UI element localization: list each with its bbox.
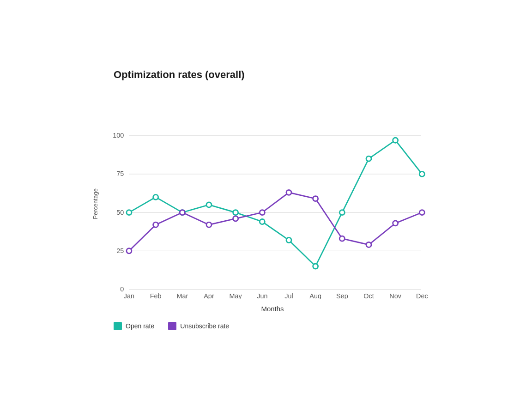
x-tick-nov: Nov xyxy=(389,292,401,299)
x-axis-label: Months xyxy=(103,305,441,313)
open-dot-nov xyxy=(393,138,398,143)
chart-title: Optimization rates (overall) xyxy=(114,69,441,81)
legend-color-unsub xyxy=(168,322,176,330)
y-tick-75: 75 xyxy=(116,170,124,177)
open-dot-aug xyxy=(313,264,318,269)
x-tick-oct: Oct xyxy=(363,292,374,299)
x-tick-dec: Dec xyxy=(416,292,428,299)
open-dot-jun xyxy=(260,219,265,224)
legend-unsubscribe-rate: Unsubscribe rate xyxy=(168,322,229,330)
chart-legend: Open rate Unsubscribe rate xyxy=(114,322,441,330)
unsub-dot-oct xyxy=(366,242,371,247)
open-dot-jul xyxy=(286,237,291,242)
open-dot-oct xyxy=(366,156,371,161)
x-tick-jan: Jan xyxy=(124,292,134,299)
x-tick-apr: Apr xyxy=(204,292,214,299)
y-tick-100: 100 xyxy=(113,132,124,139)
x-tick-jul: Jul xyxy=(284,292,293,299)
x-tick-aug: Aug xyxy=(309,292,321,299)
unsub-dot-apr xyxy=(206,222,212,227)
unsub-dot-jun xyxy=(260,210,265,215)
unsub-dot-dec xyxy=(419,210,424,215)
y-tick-25: 25 xyxy=(116,247,124,254)
chart-body: 100 75 50 25 0 Jan Feb Mar Apr May Jun J… xyxy=(103,95,441,313)
open-dot-jan xyxy=(127,210,132,215)
legend-label-open: Open rate xyxy=(126,322,154,330)
unsub-dot-jan xyxy=(127,248,132,253)
y-tick-50: 50 xyxy=(116,208,124,216)
x-tick-sep: Sep xyxy=(336,292,348,299)
unsub-dot-mar xyxy=(180,210,185,215)
x-tick-may: May xyxy=(230,292,242,299)
unsub-dot-feb xyxy=(153,222,158,227)
legend-open-rate: Open rate xyxy=(114,322,154,330)
unsub-dot-sep xyxy=(339,236,345,241)
y-axis-label: Percentage xyxy=(91,95,100,313)
unsub-dot-jul xyxy=(286,190,291,195)
open-dot-feb xyxy=(153,194,158,200)
legend-label-unsub: Unsubscribe rate xyxy=(180,322,229,330)
legend-color-open xyxy=(114,322,122,330)
open-dot-sep xyxy=(339,210,345,215)
x-tick-mar: Mar xyxy=(176,292,188,299)
chart-container: Optimization rates (overall) Percentage … xyxy=(81,50,451,349)
open-dot-may xyxy=(233,210,238,215)
open-dot-dec xyxy=(419,171,424,176)
y-tick-0: 0 xyxy=(120,285,124,293)
unsubscribe-rate-line xyxy=(129,193,422,251)
x-tick-jun: Jun xyxy=(257,292,267,299)
chart-area: Percentage 100 75 50 25 0 xyxy=(91,95,441,313)
line-chart: 100 75 50 25 0 Jan Feb Mar Apr May Jun J… xyxy=(103,95,441,300)
x-tick-feb: Feb xyxy=(150,292,162,299)
unsub-dot-aug xyxy=(313,196,318,201)
unsub-dot-nov xyxy=(393,221,398,226)
unsub-dot-may xyxy=(233,216,238,221)
open-dot-apr xyxy=(206,202,212,207)
